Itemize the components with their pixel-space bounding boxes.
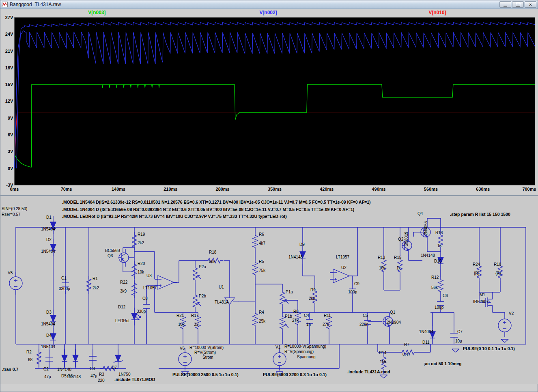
schematic-label[interactable]: R=V(Spannung): [284, 349, 314, 354]
schematic-label[interactable]: 25k: [259, 319, 266, 323]
schematic-label[interactable]: R24: [473, 262, 480, 267]
schematic-label[interactable]: R5: [259, 259, 264, 264]
schematic-label[interactable]: PULSE(0 10 0.1 1u 1u 0.1): [463, 346, 515, 351]
schematic-label[interactable]: BC556B: [105, 248, 121, 253]
schematic-label[interactable]: LT1057: [143, 286, 157, 290]
schematic-label[interactable]: 1N5404: [41, 322, 55, 326]
schematic-label[interactable]: 27k: [323, 322, 329, 327]
schematic-label[interactable]: D9: [299, 242, 305, 247]
schematic-label[interactable]: C7: [457, 330, 463, 334]
waveform-pane[interactable]: 27V24V21V18V15V12V9V6V3V0V-3V0ms70ms140m…: [0, 9, 538, 195]
schematic-label[interactable]: 1N4148: [57, 367, 71, 372]
schematic-label[interactable]: 1k: [437, 243, 442, 248]
schematic-label[interactable]: 3k9: [120, 289, 127, 293]
schematic-label[interactable]: Spannung: [297, 355, 316, 359]
schematic-label[interactable]: 1N750: [118, 372, 131, 377]
schematic-label[interactable]: U3: [146, 274, 152, 278]
schematic-label[interactable]: C6: [443, 293, 448, 298]
schematic-label[interactable]: R20: [138, 261, 145, 266]
schematic-label[interactable]: R19: [138, 232, 145, 237]
schematic-label[interactable]: 1N4004: [419, 330, 433, 334]
schematic-label[interactable]: R7: [404, 342, 409, 347]
schematic-label[interactable]: Rser=0.57: [2, 212, 21, 217]
schematic-label[interactable]: D3: [46, 310, 52, 314]
schematic-label[interactable]: .include TL071.MOD: [114, 377, 155, 382]
schematic-label[interactable]: LT1057: [336, 255, 350, 259]
schematic-label[interactable]: 68: [28, 358, 33, 362]
schematic-label[interactable]: P1b: [285, 314, 292, 319]
schematic-label[interactable]: C9: [354, 282, 359, 286]
schematic-label[interactable]: 2N3019: [404, 232, 409, 246]
schematic-label[interactable]: Q2: [398, 237, 404, 241]
schematic-label[interactable]: R=V(Strom): [194, 350, 216, 355]
restore-button[interactable]: [512, 1, 524, 8]
schematic-label[interactable]: 56k: [431, 285, 438, 290]
schematic-label[interactable]: Q4: [417, 211, 423, 216]
schematic-label[interactable]: D10: [434, 259, 442, 263]
schematic-label[interactable]: 47µ: [44, 375, 51, 379]
schematic-label[interactable]: R13: [378, 255, 385, 260]
schematic-label[interactable]: 10k: [138, 270, 144, 274]
schematic-label[interactable]: V2: [509, 311, 514, 316]
schematic-label[interactable]: R18: [209, 250, 217, 254]
schematic-label[interactable]: C3: [90, 366, 95, 371]
schematic-label[interactable]: 1N5404: [41, 227, 55, 231]
close-button[interactable]: ✕: [525, 1, 536, 8]
schematic-label[interactable]: R17: [191, 313, 199, 318]
schematic-label[interactable]: Q3: [108, 254, 113, 258]
schematic-label[interactable]: 1k5: [380, 360, 387, 364]
schematic-label[interactable]: 1N5404: [41, 249, 55, 254]
schematic-label[interactable]: R=10000-V(Strom): [189, 345, 224, 350]
minimize-button[interactable]: [499, 1, 511, 8]
schematic-label[interactable]: D4: [46, 333, 52, 338]
schematic-label[interactable]: .step param R list 15 150 1500: [450, 212, 510, 217]
schematic-label[interactable]: 220: [98, 378, 105, 383]
schematic-label[interactable]: R21: [176, 313, 184, 318]
schematic-label[interactable]: 56k: [209, 259, 216, 264]
schematic-label[interactable]: TL431A: [215, 300, 229, 304]
schematic-label[interactable]: 0.47: [402, 352, 411, 357]
schematic-label[interactable]: LEDRot: [115, 319, 129, 323]
schematic-label[interactable]: .MODEL 1N4004 D (IS=5.31656e-08 RS=0.039…: [62, 207, 354, 212]
schematic-label[interactable]: U1: [219, 285, 224, 289]
schematic-label[interactable]: 220n: [359, 322, 368, 327]
schematic-label[interactable]: .MODEL 1N5404 D(IS=2.61339e-12 RS=0.0110…: [62, 200, 371, 205]
schematic-label[interactable]: D12: [118, 305, 126, 309]
schematic-label[interactable]: C2: [43, 367, 49, 371]
schematic-label[interactable]: M1: [480, 293, 485, 297]
schematic-label[interactable]: 2k2: [93, 286, 99, 290]
schematic-label[interactable]: R2: [26, 350, 32, 354]
schematic-label[interactable]: V5: [8, 271, 13, 275]
schematic-label[interactable]: 1N4148: [67, 375, 81, 379]
schematic-label[interactable]: SINE(0 28 50): [2, 207, 27, 211]
schematic-label[interactable]: R11: [324, 313, 331, 318]
schematic-label[interactable]: P2b: [199, 294, 206, 298]
schematic-label[interactable]: D1: [46, 215, 52, 220]
schematic-label[interactable]: 330p: [137, 309, 146, 314]
schematic-label[interactable]: 1N5404: [41, 345, 55, 349]
schematic-label[interactable]: Strom: [202, 355, 213, 360]
schematic-label[interactable]: C4: [304, 313, 309, 318]
schematic-label[interactable]: {R}: [495, 271, 501, 276]
schematic-label[interactable]: R22: [120, 280, 128, 284]
schematic-label[interactable]: R15: [394, 255, 402, 260]
schematic-label[interactable]: D11: [422, 340, 430, 345]
schematic-label[interactable]: R3: [99, 372, 104, 377]
schematic-label[interactable]: 47µ: [90, 374, 97, 378]
schematic-label[interactable]: 10k: [178, 322, 185, 327]
schematic-label[interactable]: PULSE(4800 3200 0.3 1u 1u 0.1): [263, 372, 327, 377]
schematic-label[interactable]: C5: [363, 313, 368, 318]
schematic-label[interactable]: 2N3904: [387, 320, 401, 325]
schematic-label[interactable]: U2: [341, 265, 346, 270]
schematic-label[interactable]: R14: [379, 351, 387, 355]
schematic-label[interactable]: Q1: [390, 310, 396, 314]
schematic-label[interactable]: IRF2807: [473, 299, 489, 304]
schematic-label[interactable]: 2k2: [138, 241, 144, 245]
schematic-label[interactable]: V6: [180, 346, 185, 351]
schematic-label[interactable]: P1a: [286, 290, 293, 294]
schematic-label[interactable]: 1n: [306, 322, 311, 327]
schematic-label[interactable]: 4k7: [259, 241, 266, 246]
schematic-label[interactable]: PULSE(10000 2500 0.5 1u 1u 0.1): [172, 372, 239, 377]
schematic-label[interactable]: 2k2: [309, 296, 316, 301]
trace-label[interactable]: V[n002]: [259, 10, 277, 15]
